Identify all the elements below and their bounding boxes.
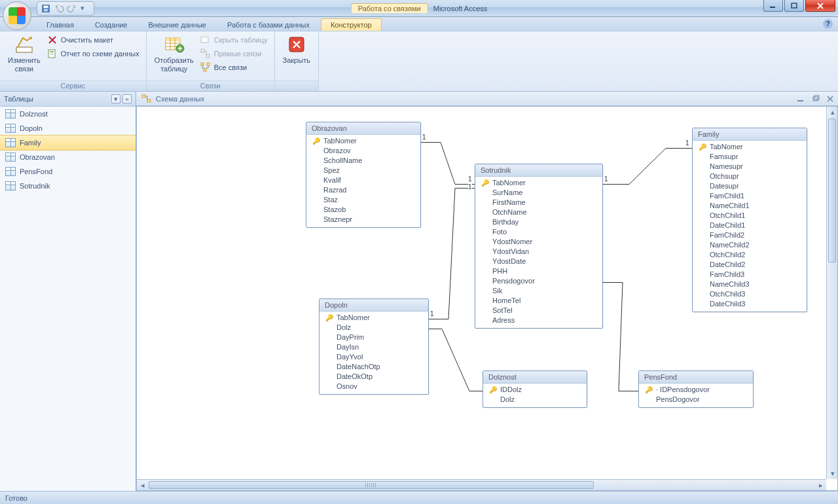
nav-item[interactable]: PensFond bbox=[0, 164, 136, 179]
nav-dropdown-icon[interactable]: ▾ bbox=[111, 94, 120, 103]
table-field[interactable]: Staz bbox=[306, 195, 420, 205]
scroll-up-icon[interactable]: ▴ bbox=[827, 107, 838, 118]
table-field[interactable]: Razrad bbox=[306, 185, 420, 195]
table-field[interactable]: PensDogovor bbox=[639, 395, 753, 405]
scroll-right-icon[interactable]: ▸ bbox=[815, 480, 826, 491]
table-field[interactable]: Birthday bbox=[475, 217, 602, 227]
relationship-report-button[interactable]: Отчет по схеме данных bbox=[46, 48, 141, 60]
table-field[interactable]: Dolz bbox=[319, 323, 428, 333]
table-field[interactable]: DateChild1 bbox=[693, 221, 807, 230]
table-field[interactable]: DayIsn bbox=[319, 342, 428, 352]
table-field[interactable]: 🔑TabNomer bbox=[693, 142, 807, 152]
table-field[interactable]: OtchChild1 bbox=[693, 211, 807, 221]
table-field[interactable]: SotTel bbox=[475, 306, 602, 315]
table-field[interactable]: DateChild2 bbox=[693, 260, 807, 270]
table-window[interactable]: Dopoln🔑TabNomerDolzDayPrimDayIsnDayYvolD… bbox=[319, 298, 429, 395]
table-field[interactable]: NameChild3 bbox=[693, 279, 807, 289]
scroll-down-icon[interactable]: ▾ bbox=[827, 468, 838, 479]
vertical-scrollbar[interactable]: ▴ ▾ bbox=[826, 107, 837, 479]
edit-relationships-button[interactable]: Изменить связи bbox=[5, 33, 43, 75]
table-field[interactable]: OtchChild3 bbox=[693, 289, 807, 299]
table-field[interactable]: NameChild2 bbox=[693, 240, 807, 250]
table-field[interactable]: 🔑TabNomer bbox=[306, 136, 420, 146]
all-relationships-button[interactable]: Все связи bbox=[199, 62, 269, 73]
table-field[interactable]: 🔑IDDolz bbox=[483, 385, 587, 395]
nav-item[interactable]: Obrazovan bbox=[0, 150, 136, 164]
table-title[interactable]: Dolznost bbox=[483, 371, 587, 384]
table-field[interactable]: Obrazov bbox=[306, 146, 420, 156]
table-field[interactable]: Stazob bbox=[306, 205, 420, 215]
table-field[interactable]: 🔑TabNomer bbox=[475, 178, 602, 188]
table-field[interactable]: FamChild1 bbox=[693, 191, 807, 201]
table-field[interactable]: Sik bbox=[475, 286, 602, 296]
table-field[interactable]: FirstName bbox=[475, 198, 602, 207]
scroll-thumb[interactable] bbox=[828, 118, 836, 262]
hide-table-button[interactable]: Скрыть таблицу bbox=[199, 34, 269, 46]
close-designer-button[interactable]: Закрыть bbox=[280, 33, 313, 67]
nav-item[interactable]: Dolznost bbox=[0, 107, 136, 121]
nav-item[interactable]: Dopoln bbox=[0, 121, 136, 135]
table-window[interactable]: Sotrudnik🔑TabNomerSurNameFirstNameOtchNa… bbox=[475, 164, 603, 329]
help-icon[interactable]: ? bbox=[823, 19, 833, 29]
table-field[interactable]: DateChild3 bbox=[693, 299, 807, 309]
save-icon[interactable] bbox=[41, 4, 50, 13]
table-field[interactable]: Spez bbox=[306, 166, 420, 175]
redo-icon[interactable] bbox=[67, 4, 77, 13]
office-button[interactable] bbox=[3, 1, 31, 30]
table-field[interactable]: Famsupr bbox=[693, 152, 807, 162]
table-field[interactable]: SurName bbox=[475, 188, 602, 198]
mdi-close-icon[interactable] bbox=[826, 95, 834, 103]
scroll-left-icon[interactable]: ◂ bbox=[137, 480, 148, 491]
table-window[interactable]: Obrazovan🔑TabNomerObrazovSchollNameSpezK… bbox=[306, 122, 421, 228]
ribbon-tab[interactable]: Внешние данные bbox=[139, 18, 216, 31]
table-field[interactable]: FamChild2 bbox=[693, 230, 807, 240]
undo-icon[interactable] bbox=[54, 4, 64, 13]
table-field[interactable]: Namesupr bbox=[693, 162, 807, 171]
table-field[interactable]: DayPrim bbox=[319, 333, 428, 342]
ribbon-tab[interactable]: Создание bbox=[85, 18, 137, 31]
table-field[interactable]: Datesupr bbox=[693, 181, 807, 191]
table-field[interactable]: 🔑TabNomer bbox=[319, 313, 428, 323]
table-field[interactable]: HomeTel bbox=[475, 296, 602, 306]
maximize-button[interactable] bbox=[784, 0, 804, 12]
table-field[interactable]: 🔑· IDPensdogovor bbox=[639, 385, 753, 395]
nav-collapse-icon[interactable]: « bbox=[122, 94, 132, 103]
scroll-thumb[interactable] bbox=[149, 481, 594, 489]
table-field[interactable]: YdostVidan bbox=[475, 247, 602, 257]
table-field[interactable]: YdostDate bbox=[475, 257, 602, 266]
mdi-restore-icon[interactable] bbox=[812, 95, 820, 103]
table-field[interactable]: DateNachOtp bbox=[319, 362, 428, 372]
relationships-canvas[interactable]: ▴ ▾ ◂ ▸ Obrazovan🔑TabNomerObrazovSchollN… bbox=[136, 106, 838, 491]
table-window[interactable]: Dolznost🔑IDDolzDolz bbox=[483, 370, 587, 408]
table-field[interactable]: Adress bbox=[475, 315, 602, 325]
table-window[interactable]: PensFond🔑· IDPensdogovorPensDogovor bbox=[638, 370, 754, 408]
nav-item[interactable]: Family bbox=[0, 135, 136, 150]
table-title[interactable]: Obrazovan bbox=[306, 122, 420, 135]
nav-item[interactable]: Sotrudnik bbox=[0, 179, 136, 193]
table-title[interactable]: Family bbox=[693, 128, 807, 141]
table-field[interactable]: OtchName bbox=[475, 207, 602, 217]
show-table-button[interactable]: Отобразить таблицу bbox=[152, 33, 196, 75]
direct-relationships-button[interactable]: Прямые связи bbox=[199, 48, 269, 60]
table-field[interactable]: SchollName bbox=[306, 156, 420, 166]
table-field[interactable]: NameChild1 bbox=[693, 201, 807, 211]
table-field[interactable]: Osnov bbox=[319, 382, 428, 391]
clear-layout-button[interactable]: Очистить макет bbox=[46, 34, 141, 46]
mdi-minimize-icon[interactable] bbox=[797, 95, 805, 103]
document-tab[interactable]: Схема данных bbox=[136, 92, 838, 106]
table-field[interactable]: Pensdogovor bbox=[475, 276, 602, 286]
table-field[interactable]: Kvalif bbox=[306, 175, 420, 185]
table-field[interactable]: OtchChild2 bbox=[693, 250, 807, 260]
table-field[interactable]: FamChild3 bbox=[693, 270, 807, 279]
table-field[interactable]: Foto bbox=[475, 227, 602, 237]
table-window[interactable]: Family🔑TabNomerFamsuprNamesuprOtchsuprDa… bbox=[692, 128, 807, 312]
ribbon-tab[interactable]: Конструктор bbox=[321, 18, 382, 31]
table-title[interactable]: PensFond bbox=[639, 371, 753, 384]
ribbon-tab[interactable]: Главная bbox=[37, 18, 84, 31]
table-title[interactable]: Sotrudnik bbox=[475, 164, 602, 177]
table-field[interactable]: DayYvol bbox=[319, 352, 428, 362]
ribbon-tab[interactable]: Работа с базами данных bbox=[217, 18, 319, 31]
table-field[interactable]: YdostNomer bbox=[475, 237, 602, 247]
qat-dropdown-icon[interactable]: ▾ bbox=[81, 4, 90, 13]
table-field[interactable]: PHH bbox=[475, 266, 602, 276]
